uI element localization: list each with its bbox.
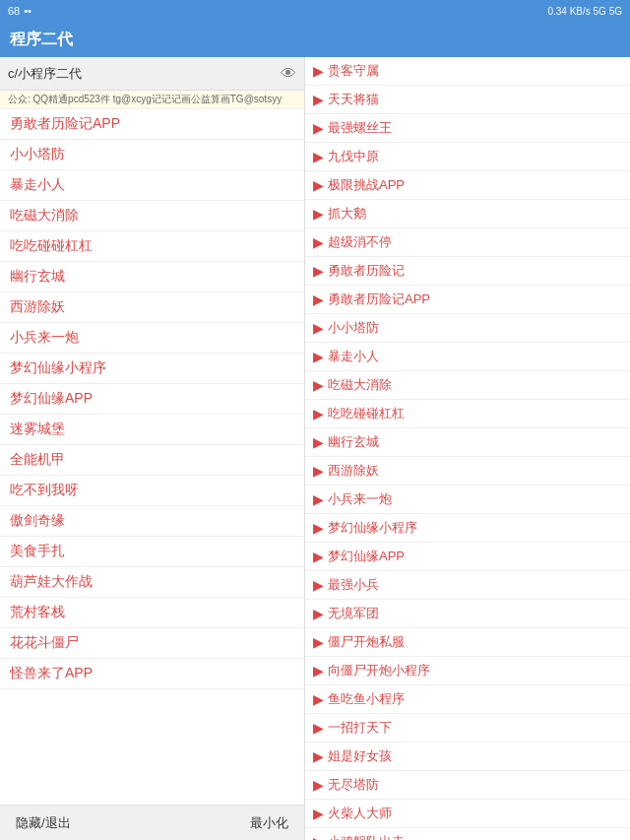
right-list-item[interactable]: ▶鱼吃鱼小程序 [305,685,630,714]
right-item-label: 天天将猫 [328,91,379,108]
left-list: 勇敢者历险记APP小小塔防暴走小人吃磁大消除吃吃碰碰杠杠幽行玄城西游除妖小兵来一… [0,109,304,805]
bullet-icon: ▶ [313,463,324,479]
right-list-item[interactable]: ▶极限挑战APP [305,171,630,200]
list-item[interactable]: 迷雾城堡 [0,415,304,445]
bullet-icon: ▶ [313,606,324,621]
right-list-item[interactable]: ▶勇敢者历险记 [305,257,630,286]
bullet-icon: ▶ [313,491,324,507]
bottom-bar: 隐藏/退出 最小化 [0,805,304,840]
right-panel: ▶贵客守属▶天天将猫▶最强螺丝王▶九伐中原▶极限挑战APP▶抓大鹅▶超级消不停▶… [305,57,630,840]
right-list-item[interactable]: ▶西游除妖 [305,457,630,485]
right-list-item[interactable]: ▶抓大鹅 [305,200,630,228]
right-item-label: 勇敢者历险记APP [328,291,430,308]
status-speed: 0.34 KB/s 5G 5G [547,6,622,17]
right-item-label: 梦幻仙缘APP [328,548,405,565]
bullet-icon: ▶ [313,320,324,336]
bullet-icon: ▶ [313,577,324,593]
list-item[interactable]: 吃不到我呀 [0,476,304,506]
right-item-label: 暴走小人 [328,348,379,365]
bullet-icon: ▶ [313,520,324,536]
bullet-icon: ▶ [313,234,324,250]
right-item-label: 贵客守属 [328,62,379,80]
right-item-label: 吃磁大消除 [328,376,392,394]
right-list-item[interactable]: ▶梦幻仙缘小程序 [305,514,630,543]
bullet-icon: ▶ [313,663,324,678]
right-list-item[interactable]: ▶姐是好女孩 [305,743,630,771]
list-item[interactable]: 傲剑奇缘 [0,506,304,537]
right-list-item[interactable]: ▶最强小兵 [305,571,630,600]
list-item[interactable]: 暴走小人 [0,170,304,201]
list-item[interactable]: 吃磁大消除 [0,201,304,231]
list-item[interactable]: 荒村客栈 [0,598,304,628]
right-item-label: 幽行玄城 [328,433,379,451]
right-list-item[interactable]: ▶吃磁大消除 [305,371,630,400]
bullet-icon: ▶ [313,377,324,393]
bullet-icon: ▶ [313,206,324,222]
minimize-button[interactable]: 最小化 [250,814,288,832]
bullet-icon: ▶ [313,263,324,279]
right-item-label: 梦幻仙缘小程序 [328,519,417,537]
list-item[interactable]: 美食手扎 [0,537,304,567]
right-list-item[interactable]: ▶向僵尸开炮小程序 [305,657,630,685]
right-list-item[interactable]: ▶九伐中原 [305,143,630,171]
right-list-item[interactable]: ▶吃吃碰碰杠杠 [305,400,630,428]
bullet-icon: ▶ [313,177,324,193]
hide-exit-button[interactable]: 隐藏/退出 [16,814,71,832]
right-list-item[interactable]: ▶小小塔防 [305,314,630,343]
list-item[interactable]: 幽行玄城 [0,262,304,292]
right-item-label: 火柴人大师 [328,805,392,822]
bullet-icon: ▶ [313,406,324,421]
list-item[interactable]: 吃吃碰碰杠杠 [0,231,304,262]
right-list-item[interactable]: ▶幽行玄城 [305,428,630,457]
search-bar: 👁 [0,57,304,91]
bullet-icon: ▶ [313,63,324,79]
right-item-label: 勇敢者历险记 [328,262,405,280]
bullet-icon: ▶ [313,149,324,164]
right-item-label: 极限挑战APP [328,176,405,194]
search-input[interactable] [8,66,281,81]
right-list-item[interactable]: ▶勇敢者历险记APP [305,286,630,314]
right-list-item[interactable]: ▶超级消不停 [305,228,630,257]
right-item-label: 小小塔防 [328,319,379,337]
right-item-label: 超级消不停 [328,233,392,251]
right-list-item[interactable]: ▶梦幻仙缘APP [305,543,630,571]
list-item[interactable]: 梦幻仙缘小程序 [0,354,304,384]
list-item[interactable]: 花花斗僵尸 [0,628,304,659]
list-item[interactable]: 西游除妖 [0,292,304,323]
list-item[interactable]: 全能机甲 [0,445,304,476]
bullet-icon: ▶ [313,720,324,736]
right-item-label: 鱼吃鱼小程序 [328,690,405,708]
bullet-icon: ▶ [313,777,324,793]
right-list-item[interactable]: ▶最强螺丝王 [305,114,630,143]
right-item-label: 姐是好女孩 [328,747,392,765]
list-item[interactable]: 葫芦娃大作战 [0,567,304,598]
right-list-item[interactable]: ▶天天将猫 [305,86,630,114]
status-dots: •• [24,5,32,17]
main-content: 👁 公众: QQ精通pcd523件 tg@xcyg记记记画公益算画TG@sots… [0,57,630,840]
list-item[interactable]: 小小塔防 [0,140,304,170]
right-list-item[interactable]: ▶暴走小人 [305,343,630,371]
right-list-item[interactable]: ▶火柴人大师 [305,800,630,828]
status-time: 68 [8,5,20,17]
list-item[interactable]: 勇敢者历险记APP [0,109,304,140]
right-list-item[interactable]: ▶无尽塔防 [305,771,630,800]
right-list-item[interactable]: ▶贵客守属 [305,57,630,86]
status-right: 0.34 KB/s 5G 5G [547,6,622,17]
list-item[interactable]: 梦幻仙缘APP [0,384,304,415]
list-item[interactable]: 怪兽来了APP [0,659,304,689]
status-left: 68 •• [8,5,32,17]
right-list-item[interactable]: ▶小兵来一炮 [305,485,630,514]
right-item-label: 吃吃碰碰杠杠 [328,405,405,422]
right-list-item[interactable]: ▶一招打天下 [305,714,630,743]
right-list-item[interactable]: ▶小鸡舰队出击 [305,828,630,840]
bullet-icon: ▶ [313,748,324,764]
right-item-label: 最强小兵 [328,576,379,594]
left-panel: 👁 公众: QQ精通pcd523件 tg@xcyg记记记画公益算画TG@sots… [0,57,305,840]
right-list-item[interactable]: ▶无境军团 [305,600,630,628]
right-item-label: 一招打天下 [328,719,392,737]
bullet-icon: ▶ [313,120,324,136]
eye-icon[interactable]: 👁 [281,65,296,83]
bullet-icon: ▶ [313,291,324,307]
right-list-item[interactable]: ▶僵尸开炮私服 [305,628,630,657]
list-item[interactable]: 小兵来一炮 [0,323,304,354]
